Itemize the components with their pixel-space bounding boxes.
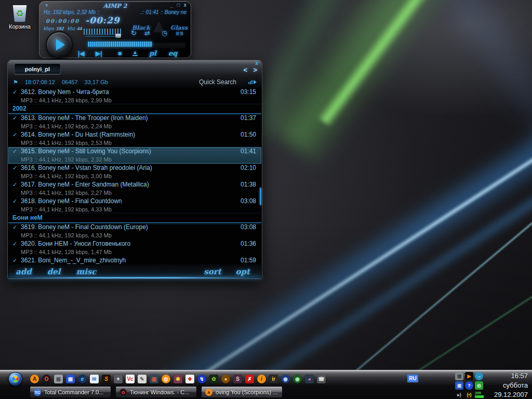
go-arrow-icon[interactable]: → — [475, 372, 483, 380]
signal-antenna-icon[interactable]: (•) — [465, 391, 473, 399]
notepad-pencil-icon[interactable]: ✎ — [138, 375, 147, 383]
add-button[interactable]: add — [16, 267, 32, 276]
internet-explorer-icon[interactable]: e — [78, 375, 87, 383]
playlist-track-row[interactable]: ✓3614. Boney neM - Du Hast (Rammstein)01… — [8, 130, 261, 147]
fire-letters-icon[interactable]: ir — [269, 375, 278, 383]
vc-icon[interactable]: Vc — [126, 375, 135, 383]
playlist-footer: adddelmiscsortopt — [8, 264, 261, 278]
play-button[interactable] — [46, 31, 73, 58]
taskbar-task-button[interactable]: TCTotal Commander 7.0... — [30, 387, 111, 398]
playlist-track-row[interactable]: ✓3619. Boney neM - Final Countdown (Euro… — [8, 223, 261, 240]
playlist-track-row[interactable]: ✓3618. Boney neM - Final Countdown03:08M… — [8, 197, 261, 214]
del-button[interactable]: del — [47, 267, 61, 276]
close-icon[interactable]: x — [183, 2, 187, 8]
help-question-icon[interactable]: ? — [465, 381, 473, 390]
previous-track-icon[interactable]: |◀ — [78, 50, 85, 57]
start-button[interactable] — [8, 372, 22, 386]
track-duration: 02:10 — [241, 164, 261, 171]
palette-icon[interactable]: ✱ — [174, 375, 182, 383]
check-icon[interactable]: ✓ — [12, 224, 21, 231]
outlook-express-icon[interactable]: ✉ — [90, 375, 99, 383]
download-master-icon[interactable]: ↯ — [197, 375, 206, 383]
shield-s-icon[interactable]: S — [233, 375, 242, 383]
volume-slider-track[interactable] — [85, 36, 119, 37]
playlist-track-list: ✓3612. Boney Nem - Чита-брита03:15MP3 ::… — [8, 88, 261, 264]
orange-ball-icon[interactable]: ● — [221, 375, 230, 383]
elapsed-time: 00:00:00 — [46, 18, 79, 24]
playlist-close-icon[interactable]: x — [255, 60, 258, 66]
playlist-toggle-button[interactable]: pl — [149, 49, 156, 57]
butterfly-icon[interactable]: ✿ — [209, 375, 218, 383]
playlist-track-row[interactable]: ✓3620. Бони НЕМ - Уноси Готовенького01:3… — [8, 240, 261, 256]
taskbar-task-button[interactable]: Aoving You (Scorpions) ... — [201, 387, 283, 398]
track-format-info: MP3 :: 44,1 kHz, 192 kbps, 2,32 Mb — [21, 155, 261, 164]
next-track-icon[interactable]: ▶| — [96, 50, 102, 57]
imaging-device-icon[interactable]: ▦ — [455, 372, 463, 380]
check-icon[interactable]: ✓ — [12, 115, 21, 122]
aimp-icon[interactable]: A — [30, 375, 39, 383]
total-commander-icon[interactable]: TC — [34, 389, 41, 396]
clock[interactable]: 16:57 суббота 29.12.2007 — [488, 371, 532, 399]
check-icon[interactable]: ✓ — [12, 131, 21, 138]
opt-button[interactable]: opt — [236, 267, 250, 276]
playlist-track-row[interactable]: ✓3615. Boney neM - Still Loving You (Sco… — [8, 147, 261, 164]
globe-green-icon[interactable]: ◉ — [293, 375, 302, 383]
misc-button[interactable]: misc — [76, 267, 96, 276]
playlist-track-row[interactable]: ✓3617. Boney neM - Enter Sandman (Metall… — [8, 180, 261, 197]
maximize-icon[interactable]: □ — [177, 2, 180, 8]
check-icon[interactable]: ✓ — [12, 241, 21, 247]
playlist-track-row[interactable]: ✓3621. Boni_Nem_-_V_mire_zhivotnyh01:59 — [8, 256, 261, 264]
repeat-icon[interactable]: ↻ — [131, 29, 137, 37]
gray-tool-icon[interactable]: ✦ — [114, 375, 123, 383]
phone-contact-icon[interactable]: ☎ — [317, 375, 326, 383]
network-computers-icon[interactable]: ▣ — [455, 381, 463, 390]
playlist-track-row[interactable]: ✓3612. Boney Nem - Чита-брита03:15MP3 ::… — [8, 88, 261, 104]
check-icon[interactable]: ✓ — [12, 148, 21, 155]
globe-blue-icon[interactable]: ◉ — [281, 375, 290, 383]
bitrate-readout: kbps 192 — [44, 26, 64, 31]
play-icon — [56, 39, 65, 50]
seek-bar[interactable] — [87, 41, 186, 47]
check-icon[interactable]: ✓ — [12, 181, 21, 188]
orange-target-icon[interactable]: ◎ — [162, 375, 170, 383]
opera-widget-icon[interactable]: ◎ — [475, 381, 483, 390]
system-monitor-icon[interactable]: ▥ — [150, 375, 158, 383]
check-icon[interactable]: ✓ — [12, 89, 21, 96]
quick-search-icon[interactable] — [248, 80, 257, 84]
pie-chart-icon[interactable]: ◕ — [305, 375, 314, 383]
eject-icon[interactable]: ▲ — [132, 50, 138, 56]
orange-swoosh-icon[interactable]: S — [102, 375, 111, 383]
playlist-scrollbar[interactable] — [260, 188, 261, 205]
volume-slider-handle[interactable] — [115, 34, 121, 38]
quick-search-label[interactable]: Quick Search — [199, 78, 236, 86]
check-icon[interactable]: ✓ — [12, 165, 21, 171]
aimp-tray-icon[interactable]: ▶ — [465, 372, 473, 380]
volume-speaker-icon[interactable]: ▸) — [455, 391, 463, 399]
check-icon[interactable]: ✓ — [12, 257, 21, 264]
taskbar-task-button[interactable]: OТюнинг Windows. - C... — [115, 387, 197, 398]
red-x-icon[interactable]: ✗ — [245, 375, 254, 383]
reader-icon[interactable]: ❖ — [185, 375, 194, 383]
equalizer-toggle-button[interactable]: eq — [168, 49, 177, 57]
playlist-tab[interactable]: polnyi_pl — [14, 63, 61, 74]
opera-task-icon[interactable]: O — [119, 389, 127, 396]
broadcast-icon[interactable]: ((·)) — [176, 31, 183, 35]
recycle-bin[interactable]: ♻ Корзина — [3, 5, 36, 30]
stop-icon[interactable]: ■ — [118, 50, 122, 57]
playlist-track-row[interactable]: ✓3613. Boney neM - The Trooper (Iron Mai… — [8, 114, 261, 130]
track-format-info: MP3 :: 44,1 kHz, 192 kbps, 3,00 Mb — [21, 172, 261, 180]
task-label: oving You (Scorpions) ... — [216, 389, 277, 395]
playlist-track-row[interactable]: ✓3616. Boney neM - Vstan Strah preodolei… — [8, 164, 261, 180]
info-icon[interactable]: i — [257, 375, 266, 383]
language-indicator[interactable]: RU — [407, 375, 418, 382]
memory-chip-icon[interactable]: ▦ — [54, 375, 63, 383]
sort-button[interactable]: sort — [204, 267, 221, 276]
aimp-task-icon[interactable]: A — [205, 389, 212, 396]
playlist-prev-icon[interactable]: < — [243, 66, 247, 74]
check-icon[interactable]: ✓ — [12, 198, 21, 205]
playlist-next-icon[interactable]: > — [253, 66, 257, 74]
floppy-save-icon[interactable]: ▣ — [66, 375, 75, 383]
minimize-icon[interactable]: _ — [170, 2, 174, 8]
opera-icon[interactable]: O — [42, 375, 51, 383]
track-title: 3617. Boney neM - Enter Sandman (Metalli… — [21, 181, 241, 188]
